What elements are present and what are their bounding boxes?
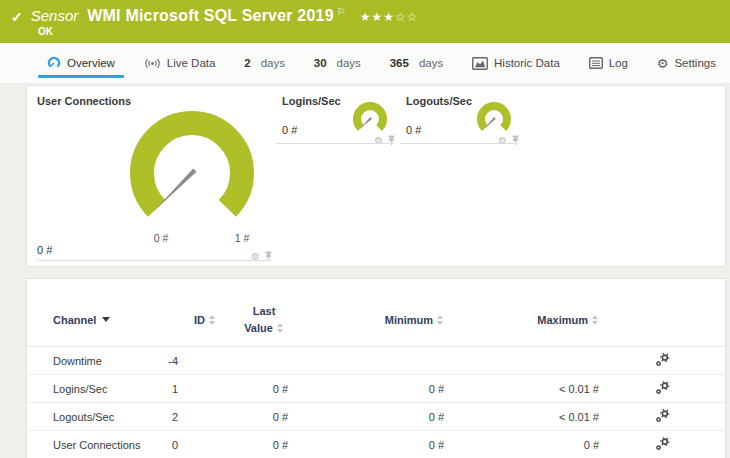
tab-365-days-number: 365 <box>390 57 409 69</box>
channel-name-link[interactable]: User Connections <box>53 439 168 451</box>
gauge-needle <box>153 169 197 213</box>
table-row-logins-sec: Logins/Sec 1 0 # 0 # < 0.01 # <box>27 375 725 403</box>
tab-historic-data-label: Historic Data <box>494 57 560 69</box>
sensor-header-line: ✓ Sensor WMI Microsoft SQL Server 2019 ⚐… <box>0 0 730 25</box>
channel-id: 1 <box>168 383 216 395</box>
logins-gauge-tools: ⚙ <box>374 132 396 150</box>
log-list-icon <box>589 57 603 69</box>
pin-icon[interactable] <box>387 132 396 150</box>
channels-table-panel: Channel ID Last Value Minimum Maximum Do… <box>26 278 726 458</box>
tab-30-days-number: 30 <box>314 57 327 69</box>
col-header-channel[interactable]: Channel <box>53 314 168 326</box>
logouts-gauge-title: Logouts/Sec <box>406 95 472 107</box>
tab-2-days-unit: days <box>261 57 285 69</box>
primary-gauge-max-label: 1 # <box>224 232 260 244</box>
channel-id: 2 <box>168 411 216 423</box>
channel-maximum: < 0.01 # <box>444 411 599 423</box>
sort-icon <box>209 315 216 325</box>
tab-log[interactable]: Log <box>589 43 628 83</box>
channels-table-header: Channel ID Last Value Minimum Maximum <box>27 279 725 347</box>
channel-maximum: < 0.01 # <box>444 383 599 395</box>
pin-icon[interactable] <box>264 248 273 266</box>
channel-minimum: 0 # <box>288 411 444 423</box>
col-header-maximum[interactable]: Maximum <box>444 314 599 326</box>
tab-365-days-unit: days <box>419 57 443 69</box>
col-header-minimum[interactable]: Minimum <box>288 314 444 326</box>
tab-log-label: Log <box>609 57 628 69</box>
channel-id: 0 <box>168 439 216 451</box>
gauges-panel: User Connections 0 # 1 # 0 # ⚙ Logins/Se… <box>26 85 726 267</box>
sensor-title: WMI Microsoft SQL Server 2019 <box>87 7 333 25</box>
tab-2-days[interactable]: 2 days <box>244 43 285 83</box>
gauge-icon <box>47 56 61 70</box>
tab-30-days-unit: days <box>337 57 361 69</box>
channel-minimum: 0 # <box>288 439 444 451</box>
gauge-settings-icon[interactable]: ⚙ <box>498 136 507 146</box>
channel-name-link[interactable]: Downtime <box>53 355 168 367</box>
sort-icon <box>592 315 599 325</box>
sensor-status-header: ✓ Sensor WMI Microsoft SQL Server 2019 ⚐… <box>0 0 730 43</box>
primary-gauge-divider <box>37 260 271 261</box>
table-row-logouts-sec: Logouts/Sec 2 0 # 0 # < 0.01 # <box>27 403 725 431</box>
gauge-settings-icon[interactable]: ⚙ <box>374 136 383 146</box>
tab-live-data[interactable]: Live Data <box>144 43 216 83</box>
channel-settings-icon[interactable] <box>599 409 725 425</box>
channel-settings-icon[interactable] <box>599 353 725 369</box>
tab-live-data-label: Live Data <box>167 57 216 69</box>
channel-last-value: 0 # <box>216 383 288 395</box>
primary-gauge-value: 0 # <box>37 244 52 256</box>
tab-30-days[interactable]: 30 days <box>314 43 361 83</box>
object-kind-label: Sensor <box>31 7 79 24</box>
channel-maximum: 0 # <box>444 439 599 451</box>
channel-id: -4 <box>168 355 216 367</box>
gear-icon: ⚙ <box>657 57 669 70</box>
channel-settings-icon[interactable] <box>599 437 725 453</box>
area-chart-icon <box>472 57 488 70</box>
primary-gauge-title: User Connections <box>37 95 131 107</box>
sort-icon <box>277 323 284 333</box>
logouts-gauge-tools: ⚙ <box>498 132 520 150</box>
broadcast-icon <box>144 57 161 70</box>
logouts-gauge-value: 0 # <box>406 124 421 136</box>
tab-365-days[interactable]: 365 days <box>390 43 443 83</box>
flag-icon[interactable]: ⚐ <box>337 6 346 17</box>
stars-empty[interactable]: ☆☆ <box>395 10 419 24</box>
primary-gauge-tools: ⚙ <box>251 248 273 266</box>
tab-historic-data[interactable]: Historic Data <box>472 43 560 83</box>
sensor-tab-bar: Overview Live Data 2 days 30 days 365 da… <box>0 43 730 84</box>
tab-settings-label: Settings <box>674 57 716 69</box>
priority-stars[interactable]: ★★★☆☆ <box>360 10 419 24</box>
channel-settings-icon[interactable] <box>599 381 725 397</box>
channel-name-link[interactable]: Logins/Sec <box>53 383 168 395</box>
logins-gauge-divider <box>276 143 394 144</box>
ok-check-icon: ✓ <box>11 9 23 25</box>
pin-icon[interactable] <box>511 132 520 150</box>
channel-minimum: 0 # <box>288 383 444 395</box>
sort-desc-icon <box>102 317 110 322</box>
logins-gauge-title: Logins/Sec <box>282 95 341 107</box>
user-connections-gauge[interactable] <box>122 103 262 243</box>
sensor-status-badge: OK <box>38 26 53 37</box>
table-row-downtime: Downtime -4 <box>27 347 725 375</box>
sort-icon <box>437 315 444 325</box>
col-header-last-value[interactable]: Last Value <box>216 303 288 336</box>
stars-filled[interactable]: ★★★ <box>360 10 395 24</box>
tab-overview-label: Overview <box>67 57 115 69</box>
channel-last-value: 0 # <box>216 439 288 451</box>
channel-name-link[interactable]: Logouts/Sec <box>53 411 168 423</box>
logouts-gauge-divider <box>400 143 518 144</box>
primary-gauge-min-label: 0 # <box>143 232 179 244</box>
tab-settings[interactable]: ⚙ Settings <box>657 43 716 83</box>
logins-gauge-value: 0 # <box>282 124 297 136</box>
channel-last-value: 0 # <box>216 411 288 423</box>
tab-overview[interactable]: Overview <box>47 43 115 83</box>
col-header-id[interactable]: ID <box>168 314 216 326</box>
table-row-user-connections: User Connections 0 0 # 0 # 0 # <box>27 431 725 458</box>
tab-2-days-number: 2 <box>244 57 250 69</box>
